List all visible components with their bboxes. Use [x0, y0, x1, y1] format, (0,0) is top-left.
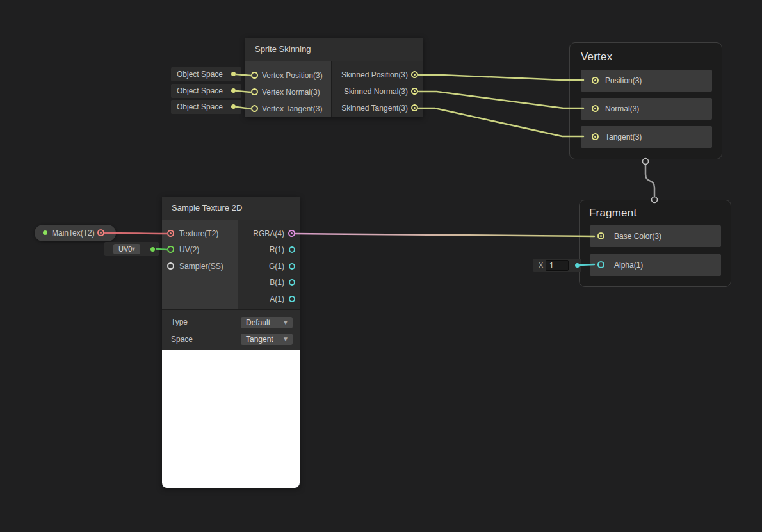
space-dropdown-value: Tangent — [246, 334, 273, 345]
port-label: Vertex Position(3) — [262, 70, 323, 81]
output-port-rgba[interactable] — [288, 230, 295, 237]
port-dot — [575, 263, 580, 268]
space-label: Space — [171, 335, 193, 344]
node-vertex[interactable]: Vertex Position(3) Normal(3) Tangent(3) — [569, 42, 722, 159]
output-port-b[interactable] — [289, 279, 295, 286]
output-port-a[interactable] — [289, 296, 295, 302]
port-label: Sampler(SS) — [179, 261, 223, 271]
slot-tangent[interactable]: Tangent(3) — [581, 126, 712, 148]
output-port-maintex[interactable] — [97, 229, 104, 236]
input-port-sampler[interactable] — [167, 262, 174, 270]
input-port-alpha[interactable] — [597, 261, 604, 268]
x-label: X — [539, 259, 543, 272]
port-label: Skinned Position(3) — [341, 70, 408, 80]
slot-position[interactable]: Position(3) — [581, 70, 712, 92]
port-label: R(1) — [270, 245, 284, 255]
slot-base-color[interactable]: Base Color(3) — [590, 225, 721, 247]
input-port-texture[interactable] — [167, 230, 174, 237]
exposed-dot — [43, 230, 47, 235]
slot-label: Base Color(3) — [614, 225, 661, 247]
port-dot — [231, 88, 236, 93]
slot-normal[interactable]: Normal(3) — [581, 98, 712, 120]
port-label: Skinned Tangent(3) — [341, 103, 408, 113]
property-label: MainTex(T2) — [52, 225, 95, 241]
object-space-badge[interactable]: Object Space — [171, 67, 241, 81]
port-label: Vertex Normal(3) — [262, 87, 320, 97]
input-port-normal[interactable] — [592, 105, 599, 112]
chevron-down-icon: ▼ — [131, 244, 136, 254]
object-space-label: Object Space — [177, 67, 223, 81]
port-label: A(1) — [270, 294, 284, 304]
port-label: Skinned Normal(3) — [344, 86, 408, 97]
input-port-uv[interactable] — [167, 246, 174, 253]
output-port-r[interactable] — [289, 246, 295, 253]
output-port-g[interactable] — [289, 263, 295, 270]
shader-graph-canvas[interactable]: Sprite Skinning Vertex Position(3) Verte… — [0, 0, 762, 532]
object-space-badge[interactable]: Object Space — [171, 100, 241, 114]
slot-label: Position(3) — [605, 70, 642, 92]
port-label: RGBA(4) — [253, 229, 284, 239]
alpha-value-field[interactable]: X — [533, 259, 581, 272]
node-header[interactable]: Sprite Skinning — [245, 38, 423, 61]
input-port-vertex-normal[interactable] — [251, 88, 258, 95]
node-sprite-skinning[interactable]: Sprite Skinning Vertex Position(3) Verte… — [245, 38, 423, 117]
input-port-vertex-tangent[interactable] — [251, 105, 258, 112]
slot-label: Tangent(3) — [605, 126, 642, 148]
uv-channel-dropdown[interactable]: UV0 ▼ — [113, 244, 140, 254]
node-title: Sample Texture 2D — [162, 197, 300, 220]
type-dropdown-value: Default — [246, 317, 270, 328]
port-label: B(1) — [270, 277, 284, 287]
node-title: Sprite Skinning — [245, 38, 423, 61]
slot-label: Alpha(1) — [614, 254, 643, 276]
output-port-skinned-position[interactable] — [411, 71, 418, 78]
type-dropdown[interactable]: Default ▼ — [241, 317, 293, 328]
output-port-skinned-tangent[interactable] — [411, 104, 418, 111]
output-port-skinned-normal[interactable] — [411, 88, 418, 95]
port-dot — [231, 72, 236, 76]
slot-alpha[interactable]: Alpha(1) — [590, 254, 721, 276]
type-label: Type — [171, 318, 188, 326]
alpha-value-input[interactable] — [546, 260, 569, 271]
node-controls: Type Default ▼ Space Tangent ▼ — [162, 309, 300, 350]
port-label: G(1) — [269, 261, 284, 271]
port-dot — [150, 247, 155, 252]
node-title: Vertex — [581, 51, 612, 63]
input-port-vertex-position[interactable] — [251, 72, 258, 79]
node-header[interactable]: Sample Texture 2D — [162, 197, 300, 220]
node-fragment[interactable]: Fragment Base Color(3) Alpha(1) — [579, 200, 731, 287]
port-label: Texture(T2) — [179, 229, 218, 239]
object-space-badge[interactable]: Object Space — [171, 84, 241, 98]
input-port-base-color[interactable] — [597, 232, 604, 239]
chevron-down-icon: ▼ — [282, 334, 289, 345]
input-port-tangent[interactable] — [592, 133, 599, 140]
input-port-position[interactable] — [592, 77, 599, 84]
texture-preview — [162, 350, 300, 488]
property-node-maintex[interactable]: MainTex(T2) — [35, 225, 116, 241]
slot-label: Normal(3) — [605, 98, 639, 120]
port-label: UV(2) — [179, 245, 199, 255]
port-dot — [231, 104, 236, 109]
uv-channel-widget[interactable]: UV0 ▼ — [104, 242, 159, 256]
object-space-label: Object Space — [177, 84, 223, 98]
chevron-down-icon: ▼ — [282, 317, 289, 328]
port-label: Vertex Tangent(3) — [262, 104, 323, 114]
node-title: Fragment — [589, 207, 636, 220]
space-dropdown[interactable]: Tangent ▼ — [241, 334, 293, 345]
object-space-label: Object Space — [177, 100, 223, 114]
node-sample-texture-2d[interactable]: Sample Texture 2D Texture(T2) UV(2) Samp… — [162, 197, 300, 488]
